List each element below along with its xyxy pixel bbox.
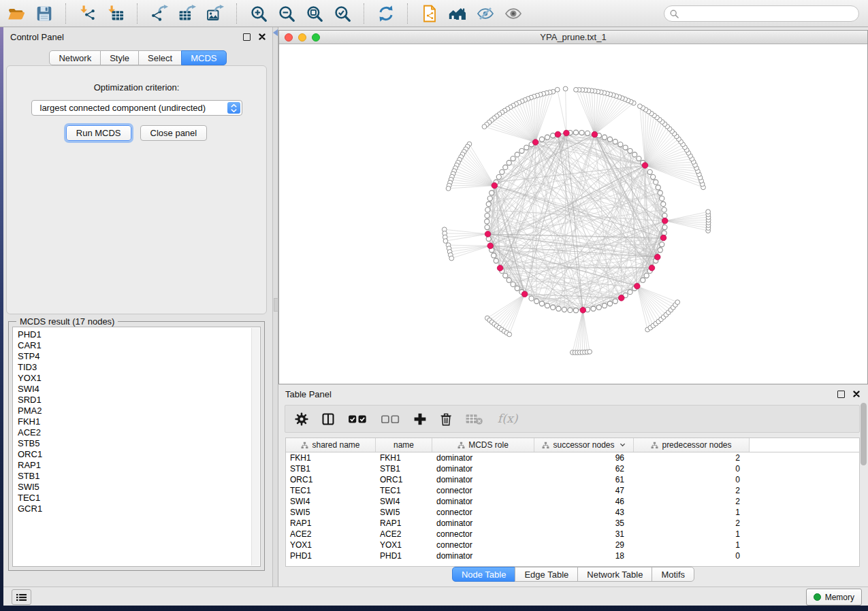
column-label: name xyxy=(393,440,414,450)
column-header-successor-nodes[interactable]: successor nodes xyxy=(534,438,634,452)
list-item[interactable]: SWI4 xyxy=(13,384,260,395)
tab-select[interactable]: Select xyxy=(138,50,182,65)
table-row[interactable]: ACE2ACE2connector311 xyxy=(286,529,859,540)
tab-node-table[interactable]: Node Table xyxy=(452,567,516,582)
memory-button[interactable]: Memory xyxy=(806,589,862,606)
table-row[interactable]: FKH1FKH1dominator962 xyxy=(286,452,859,463)
list-item[interactable]: RAP1 xyxy=(13,460,260,471)
criterion-select[interactable]: largest connected component (undirected) xyxy=(31,100,242,116)
list-item[interactable]: STB1 xyxy=(13,471,260,482)
list-item[interactable]: PMA2 xyxy=(13,406,260,416)
toolbar-separator xyxy=(65,3,67,24)
close-panel-button[interactable]: Close panel xyxy=(140,125,208,141)
list-item[interactable]: ORC1 xyxy=(13,449,260,460)
column-header-predecessor-nodes[interactable]: predecessor nodes xyxy=(634,438,750,452)
list-item[interactable]: STP4 xyxy=(13,351,260,362)
tab-style[interactable]: Style xyxy=(100,50,139,65)
table-row[interactable]: SWI4SWI4dominator462 xyxy=(286,496,859,507)
task-history-button[interactable] xyxy=(12,589,31,605)
table-row[interactable]: RAP1RAP1dominator352 xyxy=(286,518,859,529)
open-session-icon[interactable] xyxy=(7,4,26,23)
tab-network[interactable]: Network xyxy=(49,50,101,65)
list-item[interactable]: YOX1 xyxy=(13,373,260,384)
close-panel-icon[interactable] xyxy=(259,33,266,40)
mcds-result-list[interactable]: PHD1CAR1STP4TID3YOX1SWI4SRD1PMA2FKH1ACE2… xyxy=(12,327,261,567)
table-cell: TEC1 xyxy=(286,485,376,496)
table-cell: 2 xyxy=(634,485,750,496)
export-table-icon[interactable] xyxy=(178,4,197,23)
table-row[interactable]: ORC1ORC1dominator610 xyxy=(286,474,859,485)
select-all-icon[interactable] xyxy=(348,412,368,426)
table-row[interactable]: YOX1YOX1connector291 xyxy=(286,540,859,550)
table-scrollbar[interactable] xyxy=(861,403,867,465)
settings-gear-icon[interactable] xyxy=(295,412,308,426)
table-cell: dominator xyxy=(432,550,534,561)
zoom-in-icon[interactable] xyxy=(249,4,268,23)
float-panel-icon[interactable] xyxy=(243,33,251,41)
column-header-name[interactable]: name xyxy=(376,438,432,452)
list-item[interactable]: SRD1 xyxy=(13,395,260,406)
task-list-icon xyxy=(16,593,27,601)
float-table-panel-icon[interactable] xyxy=(837,391,845,398)
network-window-titlebar[interactable]: YPA_prune.txt_1 xyxy=(279,31,867,44)
column-header-shared-name[interactable]: shared name xyxy=(286,438,376,452)
table-row[interactable]: STB1STB1dominator620 xyxy=(286,463,859,474)
maximize-window-icon[interactable] xyxy=(312,33,320,42)
list-item[interactable]: STB5 xyxy=(13,438,260,449)
list-item[interactable]: CAR1 xyxy=(13,340,260,351)
table-cell: ACE2 xyxy=(376,529,432,540)
home-icon[interactable] xyxy=(448,4,467,23)
table-cell: 2 xyxy=(634,452,750,463)
table-cell: dominator xyxy=(432,474,534,485)
zoom-out-icon[interactable] xyxy=(277,4,296,23)
splitter-collapse-icon[interactable] xyxy=(273,29,278,36)
list-item[interactable]: GCR1 xyxy=(13,503,260,514)
list-item[interactable]: FKH1 xyxy=(13,416,260,427)
tab-edge-table[interactable]: Edge Table xyxy=(515,567,578,582)
delete-row-icon[interactable] xyxy=(440,412,452,426)
list-scrollbar[interactable] xyxy=(251,328,259,565)
refresh-icon[interactable] xyxy=(376,4,396,23)
add-row-icon[interactable] xyxy=(413,412,427,426)
list-item[interactable]: TEC1 xyxy=(13,493,260,503)
list-item[interactable]: SWI5 xyxy=(13,482,260,493)
share-document-icon[interactable] xyxy=(420,4,439,23)
save-session-icon[interactable] xyxy=(35,4,54,23)
export-image-icon[interactable] xyxy=(206,4,225,23)
function-builder-icon: f(x) xyxy=(496,412,519,426)
table-row[interactable]: TEC1TEC1connector472 xyxy=(286,485,859,496)
minimize-window-icon[interactable] xyxy=(298,33,306,42)
search-input[interactable] xyxy=(682,7,858,20)
deselect-all-icon[interactable] xyxy=(381,412,400,426)
list-item[interactable]: ACE2 xyxy=(13,427,260,438)
zoom-fit-icon[interactable] xyxy=(305,4,324,23)
import-network-icon[interactable] xyxy=(78,4,97,23)
run-mcds-button[interactable]: Run MCDS xyxy=(66,125,131,141)
zoom-selected-icon[interactable] xyxy=(333,4,352,23)
table-cell: ORC1 xyxy=(286,474,376,485)
close-window-icon[interactable] xyxy=(285,33,293,42)
table-row[interactable]: SWI5SWI5connector431 xyxy=(286,507,859,518)
import-table-icon[interactable] xyxy=(106,4,125,23)
export-network-icon[interactable] xyxy=(150,4,169,23)
table-cell: 62 xyxy=(534,463,634,474)
list-item[interactable]: PHD1 xyxy=(13,329,260,340)
search-box[interactable] xyxy=(664,5,859,22)
column-label: MCDS role xyxy=(468,440,509,450)
tab-mcds[interactable]: MCDS xyxy=(181,50,226,65)
list-item[interactable]: TID3 xyxy=(13,362,260,373)
tab-network-table[interactable]: Network Table xyxy=(577,567,652,582)
table-row[interactable]: PHD1PHD1dominator180 xyxy=(286,550,859,561)
panel-splitter[interactable] xyxy=(272,27,278,587)
show-eye-icon[interactable] xyxy=(504,4,523,23)
network-window: YPA_prune.txt_1 xyxy=(278,30,868,384)
column-visibility-icon[interactable] xyxy=(321,412,335,426)
close-table-panel-icon[interactable] xyxy=(853,391,860,397)
table-cell: dominator xyxy=(432,496,534,507)
hide-panel-icon[interactable] xyxy=(476,4,495,23)
tab-motifs[interactable]: Motifs xyxy=(652,567,694,582)
table-cell: connector xyxy=(432,540,534,550)
network-canvas[interactable] xyxy=(279,44,867,384)
splitter-grip[interactable] xyxy=(274,298,278,312)
column-header-MCDS-role[interactable]: MCDS role xyxy=(432,438,534,452)
